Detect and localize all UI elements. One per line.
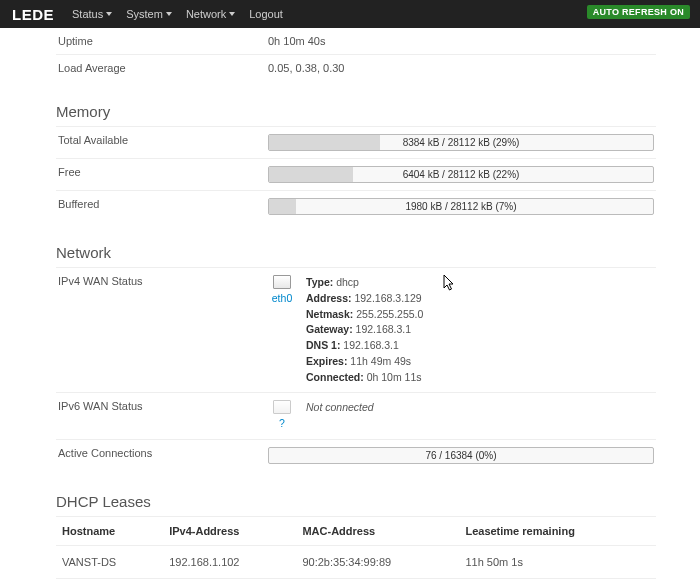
navbar: LEDE Status System Network Logout AUTO R… <box>0 0 700 28</box>
ipv4-iface: eth0 <box>268 275 296 385</box>
chevron-down-icon <box>229 12 235 16</box>
ipv4-detail-line: Netmask: 255.255.255.0 <box>306 307 423 323</box>
nav-status[interactable]: Status <box>72 8 112 20</box>
ipv4-detail-line: Type: dhcp <box>306 275 423 291</box>
mem-free-label: Free <box>58 166 268 178</box>
ipv4-detail-line: Address: 192.168.3.129 <box>306 291 423 307</box>
ipv6-iface-name: ? <box>279 417 285 429</box>
dhcp-cell: VANST-DS <box>56 546 163 579</box>
content: Uptime 0h 10m 40s Load Average 0.05, 0.3… <box>0 28 700 579</box>
ipv6-wan-box: ? Not connected <box>268 400 654 432</box>
brand[interactable]: LEDE <box>12 6 54 23</box>
mem-total-text: 8384 kB / 28112 kB (29%) <box>269 135 653 150</box>
nav-system[interactable]: System <box>126 8 172 20</box>
mem-buffered-bar: 1980 kB / 28112 kB (7%) <box>268 198 654 215</box>
dhcp-table: Hostname IPv4-Address MAC-Address Leaset… <box>56 516 656 579</box>
table-row: VANST-DS192.168.1.10290:2b:35:34:99:8911… <box>56 546 656 579</box>
chevron-down-icon <box>166 12 172 16</box>
dhcp-th-host: Hostname <box>56 517 163 546</box>
nav-network-label: Network <box>186 8 226 20</box>
dhcp-heading: DHCP Leases <box>56 493 656 510</box>
auto-refresh-button[interactable]: AUTO REFRESH ON <box>587 5 690 19</box>
ipv4-wan-label: IPv4 WAN Status <box>58 275 268 287</box>
mem-free-text: 6404 kB / 28112 kB (22%) <box>269 167 653 182</box>
mem-free-bar: 6404 kB / 28112 kB (22%) <box>268 166 654 183</box>
conn-text: 76 / 16384 (0%) <box>269 448 653 463</box>
ethernet-icon <box>273 275 291 289</box>
ipv6-wan-label: IPv6 WAN Status <box>58 400 268 412</box>
mem-total-bar: 8384 kB / 28112 kB (29%) <box>268 134 654 151</box>
uptime-label: Uptime <box>58 35 268 47</box>
ipv4-detail-line: Gateway: 192.168.3.1 <box>306 322 423 338</box>
dhcp-th-ip: IPv4-Address <box>163 517 296 546</box>
ipv4-detail-line: Connected: 0h 10m 11s <box>306 370 423 386</box>
nav-logout-label: Logout <box>249 8 283 20</box>
dhcp-th-lease: Leasetime remaining <box>459 517 656 546</box>
mem-buffered-text: 1980 kB / 28112 kB (7%) <box>269 199 653 214</box>
conn-label: Active Connections <box>58 447 268 459</box>
mem-buffered-label: Buffered <box>58 198 268 210</box>
network-heading: Network <box>56 244 656 261</box>
nav-logout[interactable]: Logout <box>249 8 283 20</box>
ipv4-detail-line: DNS 1: 192.168.3.1 <box>306 338 423 354</box>
ipv4-iface-name: eth0 <box>272 292 292 304</box>
dhcp-cell: 11h 50m 1s <box>459 546 656 579</box>
ipv6-iface: ? <box>268 400 296 432</box>
chevron-down-icon <box>106 12 112 16</box>
ipv4-detail-line: Expires: 11h 49m 49s <box>306 354 423 370</box>
memory-heading: Memory <box>56 103 656 120</box>
ipv4-details: Type: dhcpAddress: 192.168.3.129Netmask:… <box>306 275 423 385</box>
uptime-value: 0h 10m 40s <box>268 35 654 47</box>
nav-status-label: Status <box>72 8 103 20</box>
load-value: 0.05, 0.38, 0.30 <box>268 62 654 74</box>
conn-bar: 76 / 16384 (0%) <box>268 447 654 464</box>
nav-network[interactable]: Network <box>186 8 235 20</box>
mem-total-label: Total Available <box>58 134 268 146</box>
ipv6-status: Not connected <box>306 400 374 432</box>
ethernet-icon <box>273 400 291 414</box>
dhcp-cell: 90:2b:35:34:99:89 <box>296 546 459 579</box>
dhcp-cell: 192.168.1.102 <box>163 546 296 579</box>
load-label: Load Average <box>58 62 268 74</box>
ipv4-wan-box: eth0 Type: dhcpAddress: 192.168.3.129Net… <box>268 275 654 385</box>
nav-system-label: System <box>126 8 163 20</box>
dhcp-th-mac: MAC-Address <box>296 517 459 546</box>
